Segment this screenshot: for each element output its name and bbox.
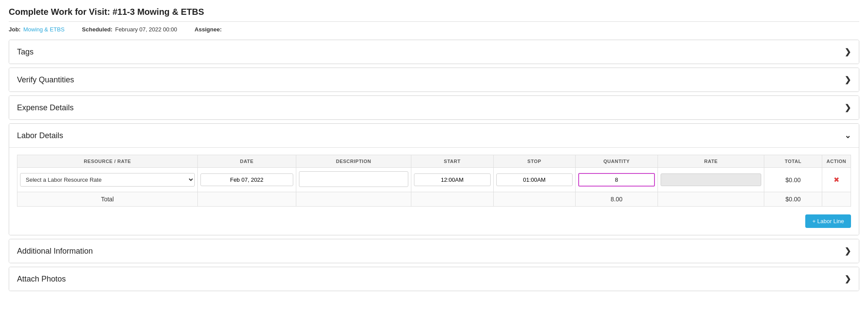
tags-title: Tags <box>17 48 34 57</box>
col-header-quantity: Quantity <box>575 155 658 168</box>
labor-table: Resource / Rate Date Description Start S… <box>17 155 851 207</box>
section-verify-quantities: Verify Quantities ❯ <box>9 68 859 92</box>
col-header-action: Action <box>822 155 851 168</box>
stop-time-input[interactable] <box>496 173 573 186</box>
section-expense-details: Expense Details ❯ <box>9 95 859 120</box>
job-link[interactable]: Mowing & ETBS <box>23 26 64 33</box>
labor-details-chevron: ⌄ <box>844 131 851 140</box>
date-input[interactable] <box>200 173 293 186</box>
job-label: Job: <box>9 26 20 33</box>
labor-details-header[interactable]: Labor Details ⌄ <box>9 124 859 147</box>
additional-information-title: Additional Information <box>17 247 93 256</box>
expense-details-title: Expense Details <box>17 103 74 112</box>
cell-description <box>296 168 411 192</box>
labor-details-body: Resource / Rate Date Description Start S… <box>9 147 859 235</box>
total-total-cell: $0.00 <box>764 192 822 207</box>
scheduled-label: Scheduled: <box>82 26 112 33</box>
total-start-cell <box>411 192 493 207</box>
verify-quantities-header[interactable]: Verify Quantities ❯ <box>9 68 859 92</box>
add-labor-line-button[interactable]: + Labor Line <box>805 214 851 228</box>
col-header-date: Date <box>197 155 296 168</box>
section-tags: Tags ❯ <box>9 40 859 64</box>
assignee-label: Assignee: <box>195 26 222 33</box>
col-header-start: Start <box>411 155 493 168</box>
total-value: $0.00 <box>786 177 801 183</box>
col-header-description: Description <box>296 155 411 168</box>
total-quantity-cell: 8.00 <box>575 192 658 207</box>
expense-details-chevron: ❯ <box>844 103 851 112</box>
attach-photos-header[interactable]: Attach Photos ❯ <box>9 267 859 291</box>
start-time-input[interactable] <box>414 173 491 186</box>
title-visit: #11-3 Mowing & ETBS <box>112 7 204 17</box>
col-header-rate: Rate <box>658 155 764 168</box>
section-labor-details: Labor Details ⌄ Resource / Rate Date Des… <box>9 123 859 235</box>
total-label: Total <box>101 196 114 203</box>
resource-rate-select[interactable]: Select a Labor Resource Rate <box>20 173 195 187</box>
total-total-value: $0.00 <box>786 196 801 203</box>
section-additional-information: Additional Information ❯ <box>9 239 859 263</box>
tags-header[interactable]: Tags ❯ <box>9 40 859 64</box>
delete-row-button[interactable]: ✖ <box>831 175 842 185</box>
verify-quantities-title: Verify Quantities <box>17 75 74 85</box>
col-header-total: Total <box>764 155 822 168</box>
quantity-input[interactable] <box>578 173 655 187</box>
total-date-cell <box>197 192 296 207</box>
total-rate-cell <box>658 192 764 207</box>
attach-photos-chevron: ❯ <box>844 274 851 284</box>
col-header-stop: Stop <box>493 155 575 168</box>
section-attach-photos: Attach Photos ❯ <box>9 267 859 291</box>
cell-action: ✖ <box>822 168 851 192</box>
cell-rate <box>658 168 764 192</box>
additional-information-chevron: ❯ <box>844 246 851 256</box>
cell-start <box>411 168 493 192</box>
total-stop-cell <box>493 192 575 207</box>
verify-quantities-chevron: ❯ <box>844 75 851 85</box>
cell-quantity <box>575 168 658 192</box>
page-title: Complete Work for Visit: #11-3 Mowing & … <box>9 7 859 22</box>
total-row: Total 8.00 $0.00 <box>17 192 851 207</box>
cell-stop <box>493 168 575 192</box>
additional-information-header[interactable]: Additional Information ❯ <box>9 239 859 263</box>
tags-chevron: ❯ <box>844 47 851 57</box>
col-header-resource-rate: Resource / Rate <box>17 155 198 168</box>
title-prefix: Complete Work for Visit: <box>9 7 110 17</box>
table-row: Select a Labor Resource Rate <box>17 168 851 192</box>
meta-assignee: Assignee: <box>195 26 224 33</box>
rate-input <box>661 173 762 186</box>
expense-details-header[interactable]: Expense Details ❯ <box>9 96 859 119</box>
page-container: Complete Work for Visit: #11-3 Mowing & … <box>0 0 868 302</box>
description-input[interactable] <box>299 171 408 187</box>
total-action-cell <box>822 192 851 207</box>
meta-job: Job: Mowing & ETBS <box>9 26 64 33</box>
meta-row: Job: Mowing & ETBS Scheduled: February 0… <box>9 26 859 33</box>
meta-scheduled: Scheduled: February 07, 2022 00:00 <box>82 26 177 33</box>
cell-date <box>197 168 296 192</box>
attach-photos-title: Attach Photos <box>17 275 66 284</box>
table-header-row: Resource / Rate Date Description Start S… <box>17 155 851 168</box>
cell-total: $0.00 <box>764 168 822 192</box>
labor-actions-row: + Labor Line <box>17 212 851 228</box>
scheduled-value: February 07, 2022 00:00 <box>115 26 177 33</box>
total-desc-cell <box>296 192 411 207</box>
total-label-cell: Total <box>17 192 198 207</box>
cell-resource-rate: Select a Labor Resource Rate <box>17 168 198 192</box>
total-quantity-value: 8.00 <box>610 196 622 203</box>
labor-details-title: Labor Details <box>17 131 63 140</box>
